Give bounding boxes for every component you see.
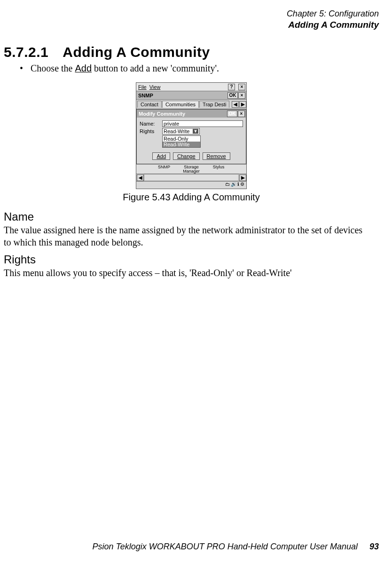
change-button[interactable]: Change	[173, 152, 200, 160]
snmp-ok-button[interactable]: OK	[227, 92, 238, 99]
rights-value: Read-Write	[164, 128, 189, 134]
modify-close-button[interactable]: ×	[238, 111, 245, 117]
snmp-titlebar: SNMP OK ×	[136, 91, 246, 100]
section-number: 5.7.2.1	[4, 44, 48, 60]
rights-option-rw[interactable]: Read-Write	[163, 142, 200, 147]
menu-file[interactable]: File	[138, 84, 147, 90]
modify-title: Modify Community	[139, 111, 185, 117]
tray-icon: 🗀	[225, 182, 230, 189]
rights-heading: Rights	[4, 253, 379, 266]
footer-text: Psion Teklogix WORKABOUT PRO Hand-Held C…	[92, 542, 358, 551]
bullet-post: button to add a new 'community'.	[92, 63, 219, 73]
chevron-down-icon: ▼	[193, 129, 198, 134]
button-row: Add Change Remove	[140, 152, 243, 160]
modify-ok-button[interactable]: OK	[227, 111, 237, 117]
icon-stylus[interactable]: Stylus	[206, 165, 231, 174]
rights-dropdown[interactable]: Read-Write ▼	[162, 128, 200, 135]
rights-paragraph: This menu allows you to specify access –…	[4, 267, 370, 279]
menu-view[interactable]: View	[149, 84, 161, 90]
section-title: Adding A Community	[63, 44, 210, 60]
tabs-right-icon[interactable]: ▶	[239, 101, 246, 108]
tabs-left-icon[interactable]: ◀	[232, 101, 239, 108]
tab-communities[interactable]: Communities	[162, 101, 199, 108]
tray-icon: ℹ	[237, 182, 239, 189]
page-header: Chapter 5: Configuration Adding A Commun…	[4, 8, 379, 30]
page-number: 93	[369, 542, 379, 551]
help-button[interactable]: ?	[228, 84, 235, 90]
add-button[interactable]: Add	[152, 152, 170, 160]
scroll-left-icon[interactable]: ◀	[137, 174, 144, 181]
tab-contact[interactable]: Contact	[137, 101, 162, 108]
tray-icon: 🔊	[231, 182, 236, 189]
bullet-dot-icon: •	[20, 63, 23, 73]
rights-option-ro[interactable]: Read-Only	[163, 136, 200, 142]
tray-icon: ⚙	[240, 182, 244, 189]
snmp-close-button[interactable]: ×	[238, 92, 245, 99]
snmp-title: SNMP	[138, 93, 153, 98]
modify-body: Name: Rights Read-Write ▼ Read-Only Read…	[136, 118, 246, 164]
taskbar: 🗀 🔊 ℹ ⚙	[136, 181, 246, 189]
bullet-add-word: Add	[75, 63, 92, 73]
name-label: Name:	[140, 121, 162, 127]
tab-trap[interactable]: Trap Desti	[199, 101, 229, 108]
name-heading: Name	[4, 210, 379, 223]
scroll-right-icon[interactable]: ▶	[239, 174, 246, 181]
remove-button[interactable]: Remove	[203, 152, 230, 160]
icon-row: SNMP Storage Manager Stylus	[136, 164, 246, 174]
chapter-line: Chapter 5: Configuration	[4, 8, 379, 19]
page-footer: Psion Teklogix WORKABOUT PRO Hand-Held C…	[92, 542, 379, 552]
icon-storage[interactable]: Storage Manager	[179, 165, 204, 174]
figure-caption: Figure 5.43 Adding A Community	[4, 192, 379, 203]
rights-options: Read-Only Read-Write	[162, 135, 201, 148]
close-button[interactable]: ×	[238, 84, 245, 90]
name-input[interactable]	[162, 120, 243, 127]
scrollbar-horizontal[interactable]: ◀ ▶	[136, 174, 246, 181]
menubar: File View ? ×	[136, 83, 246, 91]
rights-label: Rights	[140, 128, 162, 134]
name-paragraph: The value assigned here is the name assi…	[4, 224, 370, 248]
modify-titlebar: Modify Community OK ×	[136, 109, 246, 118]
tabs-row: Contact Communities Trap Desti ◀ ▶	[136, 100, 246, 109]
icon-snmp[interactable]: SNMP	[152, 165, 176, 174]
screenshot: File View ? × SNMP OK × Contact Communit…	[136, 82, 247, 189]
bullet-line: •Choose the Add button to add a new 'com…	[20, 63, 379, 74]
chapter-subtitle: Adding A Community	[4, 19, 379, 31]
bullet-pre: Choose the	[31, 63, 75, 73]
scrollbar-track[interactable]	[144, 174, 239, 181]
section-heading: 5.7.2.1Adding A Community	[4, 44, 379, 60]
